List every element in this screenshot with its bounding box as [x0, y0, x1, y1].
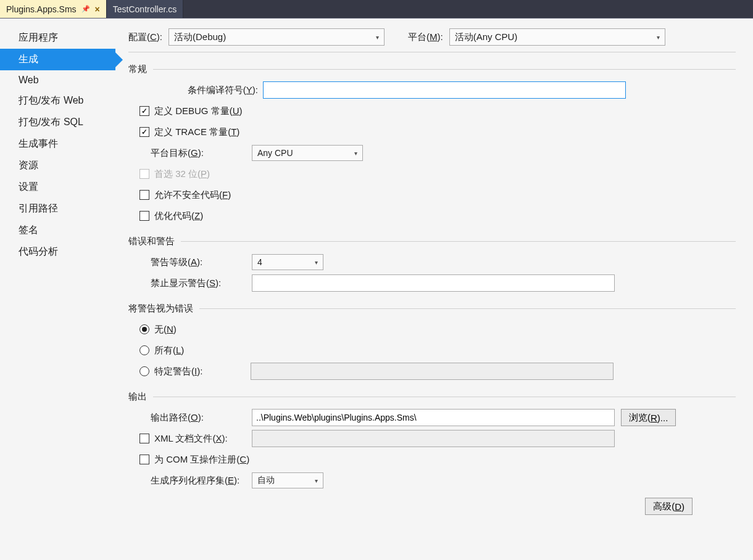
- allow-unsafe-checkbox[interactable]: 允许不安全代码(F): [139, 189, 231, 201]
- chevron-down-icon: ▾: [354, 150, 357, 157]
- warning-level-label: 警告等级(A):: [139, 257, 263, 268]
- define-trace-checkbox[interactable]: 定义 TRACE 常量(T): [139, 126, 239, 138]
- pin-icon[interactable]: 📌: [81, 5, 90, 13]
- configuration-combo[interactable]: 活动(Debug) ▾: [168, 28, 385, 46]
- document-tab-bar: Plugins.Apps.Sms 📌 × TestController.cs: [0, 0, 753, 19]
- tab-title: TestController.cs: [113, 4, 177, 14]
- radio-icon: [139, 366, 149, 376]
- section-general: 常规: [128, 64, 736, 75]
- radio-icon: [139, 345, 149, 355]
- treat-none-radio[interactable]: 无(N): [139, 324, 177, 336]
- checkbox-icon: [139, 169, 149, 179]
- property-page-sidebar: 应用程序 生成 Web 打包/发布 Web 打包/发布 SQL 生成事件 资源 …: [0, 19, 116, 560]
- separator: [128, 52, 736, 52]
- suppress-warnings-input[interactable]: [252, 274, 615, 292]
- sidebar-item-settings[interactable]: 设置: [0, 176, 115, 198]
- browse-button[interactable]: 浏览(R)...: [621, 409, 676, 426]
- sidebar-item-package-sql[interactable]: 打包/发布 SQL: [0, 112, 115, 133]
- build-page-content: 配置(C): 活动(Debug) ▾ 平台(M): 活动(Any CPU) ▾ …: [116, 19, 753, 560]
- xml-doc-checkbox[interactable]: XML 文档文件(X):: [139, 433, 263, 445]
- configuration-label: 配置(C):: [128, 31, 162, 43]
- chevron-down-icon: ▾: [376, 34, 379, 41]
- output-path-label: 输出路径(O):: [139, 412, 263, 424]
- sidebar-item-build[interactable]: 生成: [0, 49, 115, 70]
- sidebar-item-application[interactable]: 应用程序: [0, 27, 115, 49]
- warning-level-combo[interactable]: 4 ▾: [252, 254, 323, 270]
- section-errors-warnings: 错误和警告: [128, 236, 736, 247]
- main-area: 应用程序 生成 Web 打包/发布 Web 打包/发布 SQL 生成事件 资源 …: [0, 19, 753, 560]
- checkbox-icon: [139, 190, 149, 200]
- suppress-warnings-label: 禁止显示警告(S):: [139, 278, 263, 289]
- checkbox-icon: [139, 211, 149, 221]
- platform-target-label: 平台目标(G):: [139, 147, 263, 159]
- sidebar-item-web[interactable]: Web: [0, 70, 115, 90]
- sidebar-item-code-analysis[interactable]: 代码分析: [0, 241, 115, 263]
- output-path-input[interactable]: [252, 409, 615, 426]
- section-treat-warnings: 将警告视为错误: [128, 303, 736, 315]
- serialize-assembly-label: 生成序列化程序集(E):: [139, 475, 263, 487]
- close-icon[interactable]: ×: [95, 4, 100, 14]
- cond-symbols-input[interactable]: [263, 81, 626, 99]
- serialize-assembly-combo[interactable]: 自动 ▾: [252, 472, 323, 488]
- treat-specific-radio[interactable]: 特定警告(I):: [139, 366, 251, 377]
- chevron-down-icon: ▾: [657, 34, 660, 41]
- treat-all-radio[interactable]: 所有(L): [139, 345, 184, 356]
- tab-title: Plugins.Apps.Sms: [6, 4, 77, 14]
- config-platform-row: 配置(C): 活动(Debug) ▾ 平台(M): 活动(Any CPU) ▾: [128, 28, 736, 46]
- prefer-32bit-checkbox: 首选 32 位(P): [139, 168, 210, 180]
- register-com-checkbox[interactable]: 为 COM 互操作注册(C): [139, 454, 249, 466]
- section-output: 输出: [128, 391, 736, 403]
- platform-label: 平台(M):: [408, 31, 443, 43]
- define-debug-checkbox[interactable]: 定义 DEBUG 常量(U): [139, 105, 243, 117]
- sidebar-item-build-events[interactable]: 生成事件: [0, 133, 115, 155]
- platform-combo[interactable]: 活动(Any CPU) ▾: [449, 28, 665, 46]
- chevron-down-icon: ▾: [315, 259, 318, 266]
- sidebar-item-resources[interactable]: 资源: [0, 155, 115, 176]
- sidebar-item-signing[interactable]: 签名: [0, 220, 115, 241]
- checkbox-icon: [139, 434, 149, 443]
- optimize-code-checkbox[interactable]: 优化代码(Z): [139, 210, 203, 222]
- treat-specific-input: [251, 363, 614, 380]
- checkbox-icon: [139, 127, 149, 137]
- sidebar-item-reference-paths[interactable]: 引用路径: [0, 198, 115, 220]
- sidebar-item-package-web[interactable]: 打包/发布 Web: [0, 90, 115, 112]
- cond-symbols-label: 条件编译符号(Y):: [139, 84, 263, 96]
- checkbox-icon: [139, 106, 149, 116]
- platform-target-combo[interactable]: Any CPU ▾: [252, 145, 363, 161]
- tab-plugins-apps-sms[interactable]: Plugins.Apps.Sms 📌 ×: [0, 0, 106, 18]
- tab-testcontroller[interactable]: TestController.cs: [107, 0, 183, 18]
- checkbox-icon: [139, 455, 149, 464]
- xml-doc-path-input: [252, 430, 615, 447]
- advanced-button[interactable]: 高级(D): [645, 498, 693, 515]
- radio-icon: [139, 324, 149, 334]
- chevron-down-icon: ▾: [315, 477, 318, 484]
